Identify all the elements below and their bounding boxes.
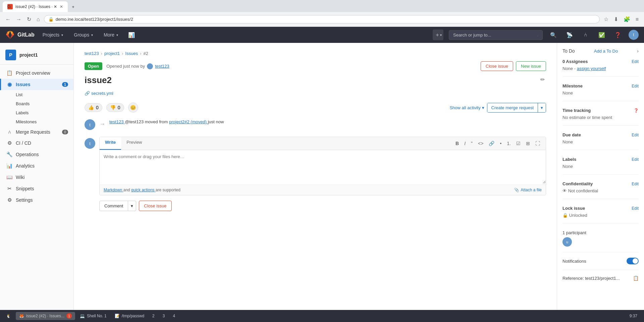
breadcrumb-project1[interactable]: project1 — [104, 51, 120, 56]
reload-button[interactable]: ↻ — [25, 15, 33, 24]
create-new-button[interactable]: ＋▾ — [433, 29, 443, 40]
author-link[interactable]: test123 — [155, 64, 169, 69]
assignees-edit-button[interactable]: Edit — [632, 59, 639, 64]
task-list-button[interactable]: ☑ — [515, 140, 522, 147]
labels-edit-button[interactable]: Edit — [632, 157, 639, 162]
thumbs-down-button[interactable]: 👎 0 — [106, 103, 124, 112]
comment-dropdown-button[interactable]: ▾ — [128, 201, 136, 211]
user-avatar-button[interactable]: t — [629, 30, 639, 40]
thumbs-up-button[interactable]: 👍 0 — [85, 103, 102, 112]
ordered-list-button[interactable]: 1. — [505, 140, 513, 147]
close-issue-header-button[interactable]: Close issue — [481, 61, 513, 71]
search-icon-button[interactable]: 🔍 — [548, 29, 559, 40]
sidebar-item-project-overview[interactable]: 📋 Project overview — [0, 67, 73, 79]
quote-button[interactable]: " — [469, 140, 474, 147]
notifications-section: Notifications — [562, 258, 639, 270]
todo-expand-icon[interactable]: › — [637, 48, 639, 54]
create-mr-dropdown[interactable]: ▾ — [538, 103, 546, 112]
create-mr-button[interactable]: Create merge request — [487, 103, 538, 112]
edit-title-button[interactable]: ✏ — [539, 75, 546, 84]
back-button[interactable]: ← — [4, 15, 12, 24]
close-issue-comment-button[interactable]: Close issue — [139, 201, 171, 211]
sidebar-item-wiki[interactable]: 📖 Wiki — [0, 172, 73, 183]
sidebar-item-operations[interactable]: 🔧 Operations — [0, 149, 73, 160]
fullscreen-button[interactable]: ⛶ — [534, 140, 542, 147]
activity-project-link[interactable]: project2#2 (moved) — [169, 119, 208, 124]
show-activity-link[interactable]: Show all activity ▾ — [449, 105, 484, 110]
breadcrumb-issues[interactable]: Issues — [125, 51, 138, 56]
home-button[interactable]: ⌂ — [35, 15, 41, 24]
activity-action: moved from — [145, 119, 168, 124]
sidebar-project-header[interactable]: P project1 — [0, 46, 73, 65]
extensions-button[interactable]: 🧩 — [622, 15, 632, 24]
add-todo-button[interactable]: Add a To Do — [594, 49, 618, 54]
groups-menu[interactable]: Groups ▾ — [71, 31, 96, 39]
sidebar-item-boards[interactable]: Boards — [15, 99, 73, 108]
taskbar-item-3[interactable]: 3 — [159, 312, 168, 320]
bookmark-button[interactable]: ☆ — [602, 15, 610, 24]
comment-textarea[interactable] — [100, 150, 546, 184]
taskbar-item-shell[interactable]: 💻 Shell No. 1 — [76, 312, 110, 320]
confidentiality-edit-button[interactable]: Edit — [632, 182, 639, 186]
global-search[interactable]: Search or jump to... . — [449, 30, 543, 40]
firefox-menu-button[interactable]: ≡ — [634, 15, 640, 24]
taskbar-num-2: 2 — [152, 314, 155, 318]
breadcrumb-test123[interactable]: test123 — [85, 51, 99, 56]
lock-issue-title: Lock issue — [562, 206, 585, 211]
markdown-link[interactable]: Markdown — [104, 188, 123, 192]
sidebar-item-list[interactable]: List — [15, 90, 73, 99]
sidebar-item-milestones[interactable]: Milestones — [15, 117, 73, 126]
forward-button[interactable]: → — [15, 15, 23, 24]
browser-tab-active[interactable]: G issue2 (#2) · Issues · ✕ ✕ — [3, 1, 68, 12]
sidebar-item-labels[interactable]: Labels — [15, 108, 73, 117]
taskbar-item-2[interactable]: 2 — [149, 312, 158, 320]
table-button[interactable]: ⊞ — [524, 140, 532, 147]
code-button[interactable]: <> — [476, 140, 485, 147]
editor-icon: 📝 — [115, 314, 120, 318]
sidebar-item-merge-requests[interactable]: ⑃ Merge Requests 0 — [0, 126, 73, 137]
time-tracking-help-icon[interactable]: ❓ — [634, 108, 639, 113]
notifications-toggle[interactable] — [627, 258, 639, 264]
new-issue-button[interactable]: New issue — [516, 61, 546, 71]
copy-reference-button[interactable]: 📋 — [633, 275, 639, 281]
new-tab-button[interactable]: + — [68, 1, 78, 12]
broadcast-button[interactable]: 📡 — [564, 29, 575, 40]
assign-yourself-link[interactable]: assign yourself — [577, 66, 606, 71]
tab-close-icon[interactable]: ✕ — [60, 4, 63, 9]
quick-actions-link[interactable]: quick actions — [131, 188, 156, 192]
sidebar-item-issues[interactable]: ◉ Issues 1 — [0, 79, 73, 90]
activity-user-link[interactable]: test123 — [109, 119, 125, 124]
comment-submit-button[interactable]: Comment — [99, 201, 128, 211]
help-button[interactable]: ❓ — [612, 29, 623, 40]
taskbar-item-start[interactable]: 🐧 — [3, 312, 14, 320]
projects-menu[interactable]: Projects ▾ — [40, 31, 66, 39]
issue-link[interactable]: 🔗 secrets.yml — [85, 91, 546, 96]
reference-label: Reference: test123/project1... — [562, 276, 620, 281]
lock-issue-edit-button[interactable]: Edit — [632, 206, 639, 211]
bold-button[interactable]: B — [454, 140, 461, 147]
taskbar-item-editor[interactable]: 📝 /tmp/passwd — [111, 312, 148, 320]
bullet-list-button[interactable]: • — [498, 140, 503, 147]
milestone-edit-button[interactable]: Edit — [632, 84, 639, 88]
analytics-icon: 📊 — [6, 163, 12, 169]
due-date-edit-button[interactable]: Edit — [632, 133, 639, 137]
analytics-nav-button[interactable]: 📊 — [126, 29, 137, 40]
attach-file-button[interactable]: 📎 Attach a file — [514, 188, 542, 192]
sidebar-item-analytics[interactable]: 📊 Analytics — [0, 160, 73, 172]
link-toolbar-button[interactable]: 🔗 — [487, 140, 496, 147]
todos-button[interactable]: ✅ — [596, 29, 607, 40]
sidebar-item-cicd[interactable]: ⚙ CI / CD — [0, 137, 73, 149]
taskbar-item-4[interactable]: 4 — [169, 312, 178, 320]
sidebar-item-snippets[interactable]: ✂ Snippets — [0, 183, 73, 194]
merge-requests-nav-button[interactable]: ⑃ — [580, 29, 591, 40]
write-tab[interactable]: Write — [100, 137, 121, 150]
more-menu[interactable]: More ▾ — [101, 31, 121, 39]
address-bar[interactable]: 🔒 demo.ine.local/test123/project1/issues… — [44, 15, 600, 23]
header-meta: Opened just now by test123 — [106, 63, 169, 69]
preview-tab[interactable]: Preview — [121, 137, 147, 150]
taskbar-item-firefox[interactable]: 🦊 issue2 (#2) · Issues... 1 — [16, 312, 75, 320]
emoji-picker-button[interactable]: 😊 — [128, 103, 138, 113]
sidebar-item-settings[interactable]: ⚙ Settings — [0, 194, 73, 206]
italic-button[interactable]: I — [463, 140, 467, 147]
download-button[interactable]: ⬇ — [612, 15, 620, 24]
